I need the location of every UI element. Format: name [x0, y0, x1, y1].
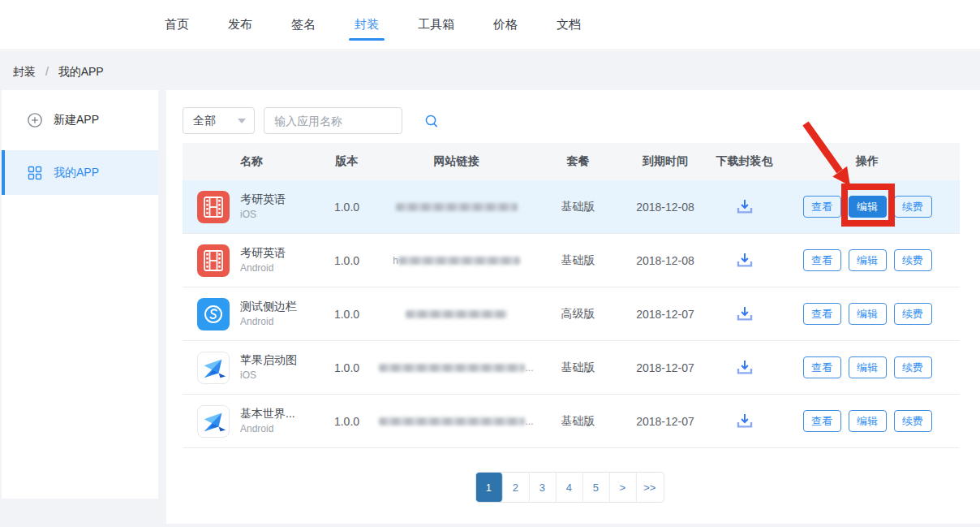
app-version: 1.0.0 — [320, 254, 373, 267]
app-table: 名称 版本 网站链接 套餐 到期时间 下载封装包 操作 考研英语iOS 1.0.… — [183, 143, 960, 448]
header-actions: 操作 — [775, 154, 960, 169]
renew-button[interactable]: 续费 — [894, 249, 932, 271]
app-name: 考研英语 — [240, 192, 286, 207]
table-header: 名称 版本 网站链接 套餐 到期时间 下载封装包 操作 — [183, 143, 960, 180]
app-plan: 基础版 — [539, 253, 617, 268]
sidebar-item-label: 新建APP — [54, 113, 99, 127]
header-name: 名称 — [183, 154, 320, 169]
renew-button[interactable]: 续费 — [894, 356, 932, 378]
renew-button[interactable]: 续费 — [894, 303, 932, 325]
origami-bird-app-icon — [197, 352, 230, 384]
edit-button[interactable]: 编辑 — [849, 249, 887, 271]
page-button-3[interactable]: 3 — [529, 473, 556, 502]
app-version: 1.0.0 — [320, 201, 373, 214]
app-version: 1.0.0 — [320, 361, 373, 374]
edit-button[interactable]: 编辑 — [849, 356, 887, 378]
app-expire-date: 2018-12-08 — [617, 254, 714, 267]
app-platform: Android — [240, 423, 295, 435]
masked-url — [406, 310, 507, 318]
nav-item-package-active[interactable]: 封装 — [350, 0, 383, 50]
app-name: 测试侧边栏 — [240, 300, 297, 314]
edit-button-highlighted[interactable]: 编辑 — [849, 196, 887, 218]
s-logo-app-icon — [197, 298, 230, 330]
header-link: 网站链接 — [373, 154, 539, 169]
category-dropdown-value: 全部 — [193, 114, 216, 128]
page-button-1[interactable]: 1 — [475, 473, 502, 502]
download-icon[interactable] — [735, 305, 754, 323]
page-button-5[interactable]: 5 — [582, 473, 609, 502]
nav-item-docs[interactable]: 文档 — [552, 0, 585, 50]
view-button[interactable]: 查看 — [803, 356, 841, 378]
sidebar-item-my-app[interactable]: 我的APP — [2, 150, 158, 195]
table-row: 考研英语iOS 1.0.0 基础版 2018-12-08 查看 编辑 续费 — [183, 180, 960, 234]
app-expire-date: 2018-12-07 — [617, 308, 714, 321]
header-expire: 到期时间 — [617, 154, 714, 169]
search-box — [264, 107, 402, 134]
app-name: 考研英语 — [240, 246, 286, 261]
download-icon[interactable] — [735, 252, 754, 270]
film-app-icon — [197, 191, 230, 223]
chevron-down-icon — [238, 119, 246, 123]
app-plan: 基础版 — [539, 200, 617, 214]
table-row: 苹果启动图iOS 1.0.0 ... 基础版 2018-12-07 查看 编辑 … — [183, 341, 960, 395]
edit-button[interactable]: 编辑 — [849, 410, 887, 432]
sidebar-item-label: 我的APP — [54, 166, 99, 180]
grid-icon — [27, 165, 43, 181]
nav-item-toolbox[interactable]: 工具箱 — [414, 0, 458, 50]
table-row: 基本世界...Android 1.0.0 ... 基础版 2018-12-07 … — [183, 395, 960, 448]
search-icon[interactable] — [424, 114, 439, 128]
app-platform: Android — [240, 316, 297, 328]
nav-item-home[interactable]: 首页 — [161, 0, 193, 50]
breadcrumb-package[interactable]: 封装 — [13, 65, 36, 78]
page-button-4[interactable]: 4 — [556, 473, 582, 502]
nav-item-price[interactable]: 价格 — [489, 0, 522, 50]
masked-url: ... — [379, 416, 533, 427]
view-button[interactable]: 查看 — [803, 410, 841, 432]
header-download: 下载封装包 — [714, 154, 775, 169]
breadcrumb: 封装 / 我的APP — [13, 65, 104, 80]
app-plan: 基础版 — [539, 361, 617, 375]
nav-item-sign[interactable]: 签名 — [287, 0, 320, 50]
breadcrumb-separator: / — [45, 65, 49, 78]
app-plan: 高级版 — [539, 307, 617, 322]
film-app-icon — [197, 244, 230, 277]
breadcrumb-my-app: 我的APP — [58, 65, 104, 78]
table-row: 测试侧边栏Android 1.0.0 高级版 2018-12-07 查看 编辑 … — [183, 287, 960, 341]
plus-circle-icon — [27, 112, 43, 128]
download-icon[interactable] — [735, 359, 754, 377]
page-button-2[interactable]: 2 — [502, 473, 529, 502]
nav-item-publish[interactable]: 发布 — [224, 0, 256, 50]
download-icon[interactable] — [735, 413, 754, 430]
masked-url: ... — [379, 362, 533, 374]
category-dropdown[interactable]: 全部 — [183, 107, 255, 134]
search-input[interactable] — [264, 114, 424, 127]
masked-url — [396, 203, 518, 211]
view-button[interactable]: 查看 — [803, 249, 841, 271]
header-version: 版本 — [320, 154, 373, 169]
app-name: 苹果启动图 — [240, 353, 297, 368]
page-background: 封装 / 我的APP 新建APP 我的APP 全部 — [0, 51, 980, 527]
masked-url: h — [393, 255, 520, 266]
last-page-button[interactable]: >> — [636, 473, 663, 502]
app-version: 1.0.0 — [320, 415, 373, 428]
app-platform: Android — [240, 262, 286, 274]
app-platform: iOS — [240, 369, 297, 382]
renew-button[interactable]: 续费 — [894, 196, 932, 218]
next-page-button[interactable]: > — [609, 473, 636, 502]
sidebar: 新建APP 我的APP — [2, 90, 158, 499]
app-expire-date: 2018-12-08 — [617, 201, 714, 214]
top-navigation: 首页 发布 签名 封装 工具箱 价格 文档 — [0, 0, 980, 50]
view-button[interactable]: 查看 — [803, 196, 841, 218]
pagination: 1 2 3 4 5 > >> — [475, 472, 664, 503]
filter-row: 全部 — [183, 107, 402, 134]
download-icon[interactable] — [735, 198, 754, 216]
app-name: 基本世界... — [240, 407, 295, 421]
app-expire-date: 2018-12-07 — [617, 361, 714, 374]
main-panel: 全部 名称 版本 网站链接 套餐 到期时间 下载封装包 操作 — [166, 90, 980, 524]
renew-button[interactable]: 续费 — [894, 410, 932, 432]
view-button[interactable]: 查看 — [803, 303, 841, 325]
edit-button[interactable]: 编辑 — [849, 303, 887, 325]
origami-bird-app-icon — [197, 405, 230, 438]
sidebar-item-new-app[interactable]: 新建APP — [2, 90, 158, 150]
app-platform: iOS — [240, 209, 286, 221]
